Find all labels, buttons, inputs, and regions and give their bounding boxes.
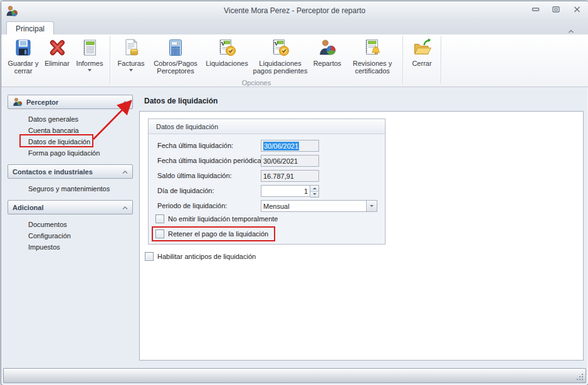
retener-pago-checkbox-row: Retener el pago de la liquidación [155, 229, 268, 238]
checkbox-label: Habilitar anticipos de liquidación [157, 253, 256, 260]
checkbox-label: No emitir liquidación temporalmente [168, 215, 278, 223]
page-title: Datos de liquidación [144, 97, 585, 105]
habilitar-anticipos-checkbox-row: Habilitar anticipos de liquidación [145, 252, 256, 261]
minimize-button[interactable] [530, 5, 540, 14]
sidebar-header-contactos[interactable]: Contactos e industriales [8, 164, 133, 179]
delete-button[interactable]: Eliminar [41, 36, 73, 67]
close-button[interactable] [572, 5, 582, 14]
window-title: Vicente Mora Perez - Perceptor de repart… [1, 6, 588, 15]
combobox-value: Mensual [261, 203, 366, 210]
sidebar-item-cuenta-bancaria[interactable]: Cuenta bancaria [6, 125, 134, 136]
habilitar-anticipos-checkbox[interactable] [145, 252, 154, 261]
svg-text:0: 0 [177, 42, 179, 45]
sidebar-item-configuracion[interactable]: Configuración [6, 230, 134, 241]
app-window: Vicente Mora Perez - Perceptor de repart… [1, 1, 588, 385]
spinner-down-icon [313, 193, 317, 195]
retener-pago-checkbox[interactable] [155, 229, 164, 238]
ribbon-separator [441, 36, 441, 84]
pending-settlements-icon: V [270, 38, 290, 58]
ribbon-group-close: Cerrar [405, 34, 439, 87]
dropdown-arrow-icon [129, 69, 133, 71]
sidebar-header-perceptor[interactable]: Perceptor [8, 95, 133, 109]
ribbon: Guardar y cerrar Eliminar [1, 34, 588, 87]
section-chevron-icon[interactable] [122, 204, 128, 211]
sidebar-item-impuestos[interactable]: Impuestos [6, 241, 134, 253]
pending-settlements-button[interactable]: V Liquidaciones pagos pendientes [251, 36, 309, 75]
ribbon-group-opciones: Facturas 0 Cobros/Pagos Perceptores [112, 34, 401, 87]
sidebar-item-seguros-mantenimientos[interactable]: Seguros y mantenimientos [6, 183, 134, 194]
spinner-up-button[interactable] [310, 186, 318, 192]
main-area: Datos de liquidación Datos de liquidació… [137, 88, 585, 367]
field-label: Día de liquidación: [157, 185, 214, 196]
checkbox-label: Retener el pago de la liquidación [168, 230, 268, 238]
reports-button[interactable]: Informes [73, 36, 107, 71]
periodo-liquidacion-combobox[interactable]: Mensual [261, 200, 377, 212]
field-value: 30/06/2021 [263, 157, 298, 165]
section-title: Perceptor [26, 98, 58, 106]
groupbox-title: Datos de liquidación [149, 119, 385, 134]
button-label: Revisiones y certificados [345, 60, 399, 75]
sidebar-item-forma-pago-liquidacion[interactable]: Forma pago liquidación [6, 147, 134, 159]
field-label: Periodo de liquidación: [157, 200, 227, 211]
liquidation-groupbox: Datos de liquidación Fecha última liquid… [148, 119, 386, 245]
button-label: Liquidaciones pagos pendientes [251, 60, 309, 75]
spinner-down-button[interactable] [310, 192, 318, 198]
field-value: 16.787,91 [263, 172, 294, 180]
button-label: Cobros/Pagos Perceptores [149, 60, 202, 75]
close-folder-icon [412, 38, 432, 58]
section-chevron-icon[interactable] [122, 98, 128, 106]
button-label: Informes [76, 60, 103, 67]
sidebar-item-datos-de-liquidacion[interactable]: Datos de liquidación [6, 136, 134, 147]
field-label: Fecha última liquidación periódica: [157, 155, 263, 166]
invoices-button[interactable]: Facturas [113, 36, 149, 71]
fecha-ultima-liquidacion-field[interactable]: 30/06/2021 [261, 140, 319, 152]
restore-button[interactable] [551, 5, 561, 14]
settlements-icon: V [217, 38, 237, 58]
content-area: Perceptor Datos generales Cuenta bancari… [3, 88, 586, 367]
dropdown-arrow-icon [88, 69, 92, 71]
delete-icon [47, 38, 67, 58]
reviews-certificates-button[interactable]: Revisiones y certificados [345, 36, 399, 75]
calculator-icon: 0 [165, 38, 186, 58]
navigation-sidebar: Perceptor Datos generales Cuenta bancari… [6, 95, 134, 258]
sidebar-section-contactos: Contactos e industriales Seguros y mante… [6, 164, 134, 200]
resize-grip-icon[interactable] [576, 373, 584, 381]
invoices-icon [121, 38, 141, 58]
spinner-up-icon [313, 187, 317, 189]
ribbon-tab-row: Principal [1, 20, 588, 34]
reviews-icon [362, 38, 382, 58]
sidebar-item-documentos[interactable]: Documentos [6, 219, 134, 230]
close-form-button[interactable]: Cerrar [406, 36, 438, 67]
title-bar: Vicente Mora Perez - Perceptor de repart… [1, 1, 588, 20]
combo-arrow-icon [370, 205, 374, 207]
ribbon-separator [110, 36, 110, 84]
section-title: Contactos e industriales [13, 168, 93, 176]
settlements-button[interactable]: V Liquidaciones [202, 36, 251, 67]
combobox-dropdown-button[interactable] [366, 201, 377, 211]
collapse-ribbon-icon [568, 29, 574, 33]
minimize-icon [532, 6, 540, 13]
save-icon [13, 38, 33, 58]
dia-liquidacion-spinner[interactable]: 1 [261, 185, 319, 198]
saldo-ultima-liquidacion-field[interactable]: 16.787,91 [261, 170, 319, 182]
save-and-close-button[interactable]: Guardar y cerrar [5, 36, 41, 75]
svg-text:V: V [221, 41, 226, 47]
fecha-ultima-liquidacion-periodica-field[interactable]: 30/06/2021 [261, 155, 319, 167]
field-label: Fecha última liquidación: [157, 140, 233, 151]
sidebar-item-datos-generales[interactable]: Datos generales [6, 113, 134, 125]
perceptor-icon [13, 97, 23, 107]
tab-principal[interactable]: Principal [6, 21, 54, 35]
button-label: Eliminar [45, 60, 70, 67]
detail-panel: Datos de liquidación Fecha última liquid… [139, 111, 584, 361]
sidebar-header-adicional[interactable]: Adicional [8, 200, 133, 214]
distributions-button[interactable]: Repartos [309, 36, 345, 67]
button-label: Cerrar [412, 60, 431, 67]
no-emitir-checkbox[interactable] [155, 214, 164, 223]
status-bar [3, 368, 586, 383]
sidebar-section-perceptor: Perceptor Datos generales Cuenta bancari… [6, 95, 134, 164]
section-chevron-icon[interactable] [122, 168, 128, 176]
field-label: Saldo última liquidación: [157, 170, 232, 181]
collections-payments-button[interactable]: 0 Cobros/Pagos Perceptores [149, 36, 202, 75]
window-close-icon [574, 6, 580, 13]
no-emitir-checkbox-row: No emitir liquidación temporalmente [155, 214, 278, 223]
